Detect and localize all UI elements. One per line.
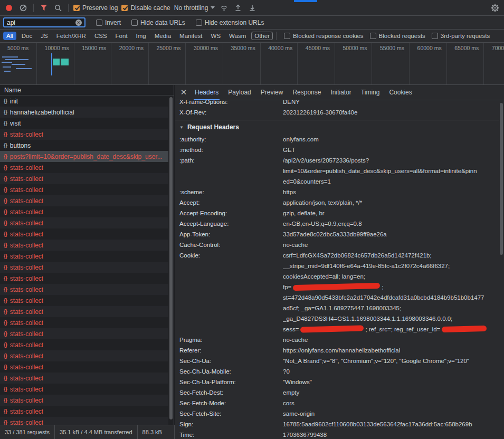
throttling-value: No throttling [174,4,208,12]
request-row[interactable]: {}stats-collect [0,262,168,273]
request-name: stats-collect [10,286,43,293]
filter-pill-other[interactable]: Other [251,32,273,40]
filter-pill-css[interactable]: CSS [91,32,110,40]
timeline-tick-label: 20000 ms [119,45,144,51]
request-row[interactable]: {}stats-collect [0,361,168,373]
name-column-header[interactable]: Name [0,85,174,96]
request-row[interactable]: {}stats-collect [0,373,168,384]
request-row[interactable]: {}stats-collect [0,162,168,173]
filter-pill-font[interactable]: Font [112,32,131,40]
filter-pill-ws[interactable]: WS [208,32,224,40]
checkbox-box[interactable] [96,20,102,26]
request-row[interactable]: {}hannahelizabethofficial [0,107,168,118]
request-list-scrollbar[interactable] [168,96,174,425]
request-row[interactable]: {}stats-collect [0,317,168,328]
export-har-button[interactable] [233,3,243,13]
filter-pill-img[interactable]: Img [133,32,149,40]
request-row[interactable]: {}stats-collect [0,306,168,317]
invert-checkbox[interactable]: Invert [96,19,121,26]
header-row: Sec-Ch-Ua-Platform:"Windows" [175,377,499,387]
request-row[interactable]: {}stats-collect [0,251,168,262]
request-row[interactable]: {}stats-collect [0,129,168,140]
filter-pill-media[interactable]: Media [151,32,174,40]
checkbox-box[interactable] [432,33,438,39]
search-button[interactable] [53,3,63,13]
detail-tab-headers[interactable]: Headers [190,85,223,100]
settings-button[interactable] [490,3,500,13]
request-row[interactable]: {}stats-collect [0,417,168,425]
filter-pill-fetch-xhr[interactable]: Fetch/XHR [53,32,89,40]
clear-button[interactable] [18,3,28,13]
filter-pill-manifest[interactable]: Manifest [176,32,205,40]
request-row[interactable]: {}stats-collect [0,295,168,306]
checkbox-box[interactable] [284,33,290,39]
header-row: Sec-Fetch-Site:same-origin [175,408,499,419]
request-row[interactable]: {}init [0,96,168,107]
scrollbar-thumb[interactable] [500,103,503,255]
header-row: Sec-Fetch-Dest:empty [175,387,499,398]
header-value: 33d57ade8c02dbc5a333db99ff9ae26a [283,229,499,240]
details-scrollbar[interactable] [499,100,504,439]
checkbox-box[interactable] [73,5,80,11]
hide-data-urls-checkbox[interactable]: Hide data URLs [131,19,185,26]
hide-extension-urls-checkbox[interactable]: Hide extension URLs [196,19,264,26]
request-row[interactable]: {}stats-collect [0,273,168,284]
header-row: Accept-Language:en-GB,en-US;q=0.9,en;q=0… [175,218,499,229]
detail-tab-preview[interactable]: Preview [256,85,288,100]
request-row[interactable]: {}stats-collect [0,339,168,350]
header-value-line: https://onlyfans.com/hannahelizabethoffi… [283,345,499,356]
filter-input[interactable]: api ✕ [3,17,85,27]
preserve-log-checkbox[interactable]: Preserve log [73,4,118,12]
request-row[interactable]: {}stats-collect [0,350,168,361]
request-row[interactable]: {}stats-collect [0,184,168,195]
scrollbar-thumb[interactable] [169,97,173,419]
filter-pill-doc[interactable]: Doc [18,32,35,40]
overview-timeline[interactable]: 5000 ms10000 ms15000 ms20000 ms25000 ms3… [0,43,504,85]
request-row[interactable]: {}stats-collect [0,328,168,339]
checkbox-blocked-response-cookies[interactable]: Blocked response cookies [284,33,364,39]
request-row[interactable]: {}stats-collect [0,395,168,406]
throttling-select[interactable]: No throttling [174,4,215,12]
close-details-button[interactable]: ✕ [177,88,190,97]
request-row[interactable]: {}buttons [0,140,168,151]
request-row[interactable]: {}stats-collect [0,217,168,228]
filter-pill-js[interactable]: JS [37,32,51,40]
detail-tab-initiator[interactable]: Initiator [326,85,356,100]
filter-pill-wasm[interactable]: Wasm [226,32,249,40]
checkbox-label: Invert [105,19,121,26]
detail-tab-payload[interactable]: Payload [223,85,255,100]
request-row[interactable]: {}stats-collect [0,173,168,184]
request-row[interactable]: {}visit [0,118,168,129]
header-value-line: sess=; ref_src=; reg_ref_user_id= [283,324,499,335]
filter-pill-all[interactable]: All [3,32,16,40]
checkbox-box[interactable] [131,20,138,26]
request-headers-section-header[interactable]: ▼ Request Headers [175,120,499,134]
disable-cache-checkbox[interactable]: Disable cache [121,4,170,12]
request-row[interactable]: {}stats-collect [0,240,168,251]
clear-filter-icon[interactable]: ✕ [75,20,82,26]
network-conditions-button[interactable] [218,3,229,13]
request-list-rows: {}init{}hannahelizabethofficial{}visit{}… [0,96,168,425]
detail-tab-response[interactable]: Response [288,85,326,100]
request-row[interactable]: {}stats-collect [0,406,168,417]
checkbox-box[interactable] [370,33,376,39]
import-har-button[interactable] [247,3,258,13]
detail-tab-cookies[interactable]: Cookies [384,85,416,100]
request-row[interactable]: {}stats-collect [0,206,168,217]
request-row[interactable]: {}stats-collect [0,195,168,206]
request-row[interactable]: {}stats-collect [0,284,168,295]
script-file-icon: {} [4,242,7,248]
detail-tab-timing[interactable]: Timing [356,85,385,100]
timeline-tick-label: 15000 ms [82,45,106,51]
record-button[interactable] [4,3,14,13]
request-row[interactable]: {}stats-collect [0,228,168,240]
checkbox-box[interactable] [121,5,128,11]
checkbox-blocked-requests[interactable]: Blocked requests [370,33,425,39]
checkbox-3rd-party-requests[interactable]: 3rd-party requests [432,33,490,39]
request-row[interactable]: {}stats-collect [0,384,168,395]
request-name: hannahelizabethofficial [10,109,74,116]
header-name: App-Token: [179,229,283,240]
request-row[interactable]: {}posts?limit=10&order=publish_date_desc… [0,151,168,162]
filter-toggle-button[interactable] [39,3,49,13]
checkbox-box[interactable] [196,20,202,26]
